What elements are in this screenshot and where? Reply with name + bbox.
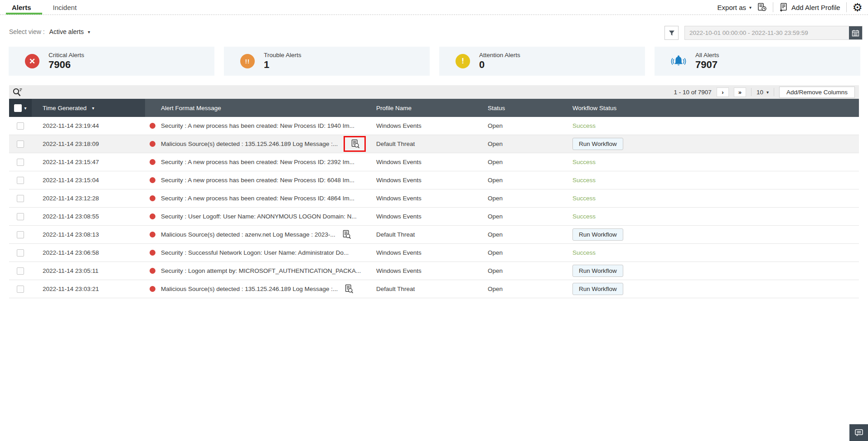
main-tabs: Alerts Incident <box>9 0 79 15</box>
export-history-button[interactable] <box>757 3 767 12</box>
run-workflow-button[interactable]: Run Workflow <box>572 283 623 295</box>
column-header-status[interactable]: Status <box>483 99 568 117</box>
alert-message-text: Security : Logon attempt by: MICROSOFT_A… <box>161 267 361 274</box>
workflow-status-cell: Run Workflow <box>568 283 859 295</box>
table-row[interactable]: 2022-11-14 23:06:58 Security : Successfu… <box>9 244 859 262</box>
feedback-chat-button[interactable] <box>849 424 868 441</box>
column-header-profile-name[interactable]: Profile Name <box>372 99 483 117</box>
date-range-field <box>684 26 863 40</box>
workflow-status-cell: Run Workflow <box>568 265 859 277</box>
severity-dot-icon <box>150 250 155 256</box>
date-range-input[interactable] <box>684 26 863 40</box>
run-workflow-button[interactable]: Run Workflow <box>572 265 623 277</box>
alert-message-text: Malicious Source(s) detected : azenv.net… <box>161 231 335 238</box>
table-row[interactable]: 2022-11-14 23:12:28 Security : A new pro… <box>9 189 859 208</box>
alert-message-cell: Security : A new process has been create… <box>145 195 372 202</box>
export-as-button[interactable]: Export as ▾ <box>718 4 752 11</box>
view-log-icon[interactable] <box>342 230 351 239</box>
alert-message-text: Malicious Source(s) detected : 135.125.2… <box>161 286 338 292</box>
profile-name-cell: Default Threat <box>372 141 483 147</box>
next-page-button[interactable]: › <box>717 87 729 97</box>
date-filter-group <box>664 26 863 40</box>
tab-alerts[interactable]: Alerts <box>9 0 34 15</box>
settings-gear-icon[interactable]: ⚙ <box>853 2 863 13</box>
card-label: All Alerts <box>695 52 719 58</box>
alert-message-cell: Malicious Source(s) detected : azenv.net… <box>145 230 372 239</box>
row-checkbox[interactable] <box>17 122 24 130</box>
summary-card-trouble[interactable]: !! Trouble Alerts 1 <box>224 47 430 76</box>
page-size-dropdown[interactable]: 10 ▾ <box>756 89 769 96</box>
status-cell: Open <box>483 177 568 184</box>
run-workflow-button[interactable]: Run Workflow <box>572 138 623 150</box>
severity-dot-icon <box>150 232 155 237</box>
profile-name-cell: Default Threat <box>372 231 483 238</box>
summary-card-attention[interactable]: ! Attention Alerts 0 <box>439 47 645 76</box>
profile-name-cell: Default Threat <box>372 286 483 292</box>
table-row[interactable]: 2022-11-14 23:03:21 Malicious Source(s) … <box>9 280 859 298</box>
filter-button[interactable] <box>664 26 679 40</box>
table-row[interactable]: 2022-11-14 23:19:44 Security : A new pro… <box>9 117 859 135</box>
profile-name-cell: Windows Events <box>372 195 483 202</box>
alert-message-cell: Security : Successful Network Logon: Use… <box>145 249 372 256</box>
chevron-down-icon: ▾ <box>88 29 90 34</box>
advanced-search-button[interactable] <box>12 87 23 97</box>
add-remove-columns-button[interactable]: Add/Remove Columns <box>779 87 855 98</box>
column-header-time-generated[interactable]: Time Generated ▾ <box>32 99 145 117</box>
time-generated-cell: 2022-11-14 23:15:47 <box>32 159 145 165</box>
divider <box>751 88 752 96</box>
table-body: 2022-11-14 23:19:44 Security : A new pro… <box>9 117 859 298</box>
row-checkbox[interactable] <box>17 213 24 220</box>
severity-dot-icon <box>150 177 155 183</box>
workflow-status-cell: Success <box>568 122 859 129</box>
table-row[interactable]: 2022-11-14 23:08:55 Security : User Logo… <box>9 208 859 226</box>
row-checkbox[interactable] <box>17 286 24 293</box>
severity-dot-icon <box>150 195 155 201</box>
row-checkbox[interactable] <box>17 249 24 257</box>
workflow-status-cell: Success <box>568 177 859 184</box>
divider <box>774 88 774 96</box>
column-header-alert-format-message[interactable]: Alert Format Message <box>145 99 372 117</box>
add-alert-profile-button[interactable]: Add Alert Profile <box>779 3 840 12</box>
card-value: 0 <box>479 59 520 71</box>
checkbox-menu-chevron-icon[interactable]: ▾ <box>24 106 26 111</box>
table-row[interactable]: 2022-11-14 23:15:04 Security : A new pro… <box>9 171 859 189</box>
select-all-checkbox[interactable] <box>14 104 22 112</box>
view-log-icon[interactable] <box>351 139 360 149</box>
row-checkbox[interactable] <box>17 195 24 202</box>
alert-message-cell: Malicious Source(s) detected : 135.125.2… <box>145 136 372 152</box>
workflow-success-label: Success <box>572 249 596 256</box>
severity-dot-icon <box>150 123 155 129</box>
calendar-button[interactable] <box>849 26 862 39</box>
divider <box>846 2 847 12</box>
funnel-icon <box>669 30 675 36</box>
tab-incident[interactable]: Incident <box>50 0 80 15</box>
profile-name-cell: Windows Events <box>372 159 483 165</box>
summary-card-critical[interactable]: ✕ Critical Alerts 7906 <box>9 47 214 76</box>
time-generated-cell: 2022-11-14 23:08:13 <box>32 231 145 238</box>
divider <box>773 2 773 12</box>
row-checkbox[interactable] <box>17 177 24 184</box>
view-dropdown[interactable]: Active alerts ▾ <box>49 28 90 35</box>
alert-message-cell: Security : A new process has been create… <box>145 122 372 129</box>
column-header-workflow-status[interactable]: Workflow Status <box>568 99 859 117</box>
alert-message-text: Security : Successful Network Logon: Use… <box>161 249 349 256</box>
summary-cards: ✕ Critical Alerts 7906 !! Trouble Alerts… <box>9 47 860 76</box>
row-checkbox[interactable] <box>17 141 24 148</box>
time-generated-cell: 2022-11-14 23:08:55 <box>32 213 145 220</box>
table-row[interactable]: 2022-11-14 23:05:11 Security : Logon att… <box>9 262 859 280</box>
table-row[interactable]: 2022-11-14 23:15:47 Security : A new pro… <box>9 153 859 171</box>
top-bar: Alerts Incident Export as ▾ <box>0 0 868 15</box>
row-checkbox[interactable] <box>17 159 24 166</box>
alert-message-text: Security : A new process has been create… <box>161 177 354 184</box>
table-row[interactable]: 2022-11-14 23:18:09 Malicious Source(s) … <box>9 135 859 153</box>
summary-card-all[interactable]: All Alerts 7907 <box>655 47 860 76</box>
run-workflow-button[interactable]: Run Workflow <box>572 228 623 241</box>
table-header: ▾ Time Generated ▾ Alert Format Message … <box>9 99 859 117</box>
row-checkbox[interactable] <box>17 267 24 275</box>
row-checkbox[interactable] <box>17 231 24 238</box>
profile-name-cell: Windows Events <box>372 177 483 184</box>
last-page-button[interactable]: » <box>734 87 746 97</box>
table-row[interactable]: 2022-11-14 23:08:13 Malicious Source(s) … <box>9 226 859 244</box>
view-log-icon[interactable] <box>344 284 354 294</box>
pagination-range: 1 - 10 of 7907 <box>674 89 712 96</box>
